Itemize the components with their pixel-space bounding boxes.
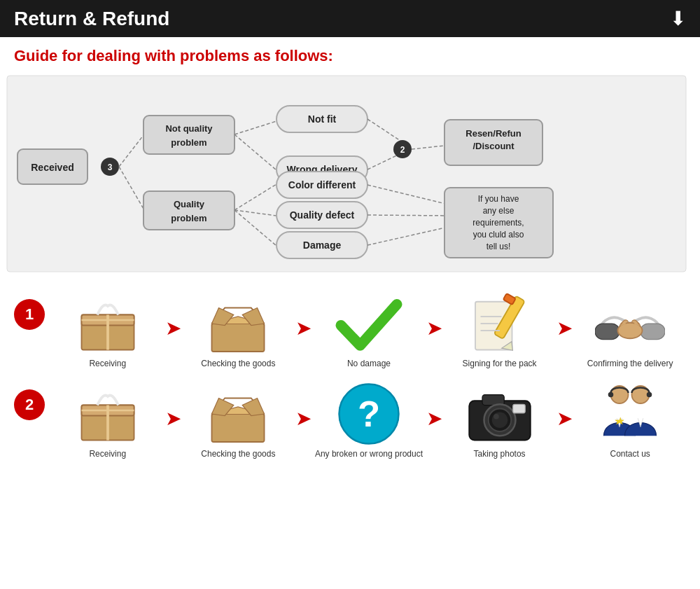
step-1-arrow-4: ➤ (555, 317, 574, 340)
svg-text:Quality: Quality (174, 199, 205, 209)
step-1-item-2: Checking the goods (183, 292, 295, 370)
svg-text:you cluld also: you cluld also (473, 230, 524, 240)
svg-text:/Discount: /Discount (472, 141, 514, 151)
step-2-item-3: ? Any broken or wrong product (313, 382, 425, 460)
step-1-item-5: Confirming the delivery (574, 292, 686, 370)
step-row-1: 1 Receiving ➤ (14, 292, 686, 370)
step-1-arrow-3: ➤ (425, 317, 444, 340)
svg-rect-57 (595, 324, 620, 340)
svg-rect-73 (512, 404, 525, 413)
svg-text:If you have: If you have (478, 194, 519, 204)
checkmark-icon (334, 292, 404, 355)
step-1-label-2: Checking the goods (201, 358, 275, 370)
question-icon: ? (334, 382, 404, 445)
closed-box-icon (73, 292, 143, 355)
svg-text:requirements,: requirements, (472, 218, 524, 228)
step-2-item-5: Contact us (574, 382, 686, 460)
step-2-label-5: Contact us (610, 448, 650, 460)
svg-text:3: 3 (108, 162, 113, 172)
svg-text:Received: Received (31, 162, 74, 173)
open-box-2-icon (203, 382, 273, 445)
svg-text:problem: problem (171, 213, 206, 223)
step-2-arrow-2: ➤ (294, 407, 313, 430)
svg-rect-10 (144, 191, 234, 230)
step-1-item-1: Receiving (52, 292, 164, 370)
svg-text:2: 2 (400, 145, 405, 155)
steps-section: 1 Receiving ➤ (0, 278, 700, 480)
pencil-icon (465, 292, 535, 355)
handshake-icon (595, 292, 665, 355)
guide-title: Guide for dealing with problems as follo… (0, 37, 700, 72)
open-box-icon (203, 292, 273, 355)
svg-point-71 (491, 412, 507, 428)
svg-rect-49 (212, 324, 265, 352)
step-1-arrow-1: ➤ (164, 317, 183, 340)
step-2-label-2: Checking the goods (201, 448, 275, 460)
step-1-label-1: Receiving (89, 358, 126, 370)
step-1-arrow-2: ➤ (294, 317, 313, 340)
step-2-label-4: Taking photos (474, 448, 526, 460)
step-badge-1: 1 (14, 299, 45, 330)
step-1-label-4: Signing for the pack (463, 358, 537, 370)
step-row-2: 2 Receiving ➤ (14, 382, 686, 460)
svg-point-72 (493, 414, 499, 420)
svg-text:Damage: Damage (303, 240, 342, 251)
step-2-item-1: Receiving (52, 382, 164, 460)
svg-text:Not fit: Not fit (308, 113, 337, 125)
step-1-item-4: Signing for the pack (444, 292, 556, 370)
step-1-label-5: Confirming the delivery (587, 358, 673, 370)
step-2-arrow-3: ➤ (425, 407, 444, 430)
svg-text:Not quality: Not quality (165, 123, 213, 134)
flowchart-container: Received 3 Not quality problem Quality p… (0, 72, 700, 278)
step-1-items: Receiving ➤ (52, 292, 686, 370)
svg-point-76 (608, 392, 614, 398)
svg-rect-64 (212, 414, 265, 442)
step-1-item-3: No damage (313, 292, 425, 370)
svg-text:Resen/Refun: Resen/Refun (465, 128, 522, 139)
person-icon (595, 382, 665, 445)
page-header: Return & Refund ⬇ (0, 0, 700, 37)
svg-text:tell us!: tell us! (486, 242, 511, 251)
step-1-label-3: No damage (347, 358, 391, 370)
step-2-label-3: Any broken or wrong product (315, 448, 423, 460)
step-2-arrow-1: ➤ (164, 407, 183, 430)
svg-text:Color different: Color different (288, 179, 356, 190)
svg-point-77 (647, 392, 652, 398)
svg-rect-58 (640, 324, 665, 340)
flowchart-svg: Received 3 Not quality problem Quality p… (4, 72, 690, 275)
step-2-item-2: Checking the goods (183, 382, 295, 460)
down-arrow-icon: ⬇ (670, 7, 686, 30)
svg-rect-7 (144, 116, 234, 154)
step-2-arrow-4: ➤ (555, 407, 574, 430)
closed-box-2-icon (73, 382, 143, 445)
svg-text:?: ? (358, 392, 380, 434)
step-2-items: Receiving ➤ Checking the goods (52, 382, 686, 460)
step-badge-2: 2 (14, 389, 45, 420)
step-2-item-4: Taking photos (444, 382, 556, 460)
svg-text:problem: problem (171, 137, 206, 148)
svg-text:Quality defect: Quality defect (290, 209, 355, 221)
page-title: Return & Refund (14, 8, 169, 30)
svg-text:any else: any else (483, 206, 514, 216)
camera-icon (465, 382, 535, 445)
step-2-label-1: Receiving (89, 448, 126, 460)
